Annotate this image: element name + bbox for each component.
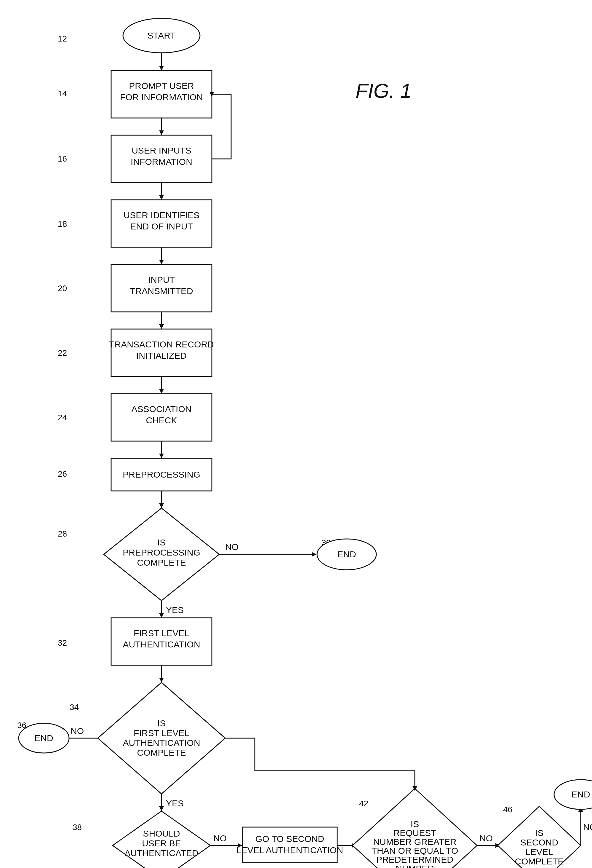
yes-34: YES (166, 798, 184, 808)
id-38: 38 (72, 823, 82, 832)
n46-l3: LEVEL (525, 847, 553, 857)
n28-l3: COMPLETE (137, 558, 186, 567)
no-28: NO (225, 542, 239, 552)
start-label: START (147, 31, 176, 40)
n46-l1: IS (535, 828, 543, 838)
n30-label: END (337, 549, 356, 559)
svg-rect-83 (242, 827, 337, 863)
n47-label: END (571, 790, 590, 799)
n34-l3: AUTHENTICATION (123, 738, 200, 748)
n42-l4: THAN OR EQUAL TO (371, 846, 458, 856)
n34-l4: COMPLETE (137, 748, 186, 757)
n38-l3: AUTHENTICATED (124, 848, 198, 858)
id-34: 34 (70, 703, 79, 712)
id-28: 28 (58, 529, 67, 538)
no-38: NO (214, 833, 227, 843)
n34-l1: IS (158, 718, 166, 728)
yes-28: YES (166, 605, 184, 615)
id-14: 14 (58, 89, 67, 98)
n40-l1: GO TO SECOND (255, 834, 324, 844)
fig-title: FIG. 1 (356, 80, 412, 102)
n16-l1: USER INPUTS (131, 146, 191, 155)
id-24: 24 (58, 413, 67, 422)
id-16: 16 (58, 154, 67, 163)
n32-l2: AUTHENTICATION (123, 639, 200, 649)
n42-l3: NUMBER GREATER (373, 837, 456, 847)
n40-l2: LEVEL AUTHENTICATION (236, 845, 343, 855)
n20-l1: INPUT (148, 275, 175, 285)
n42-l1: IS (411, 819, 419, 829)
n14-l2: FOR INFORMATION (120, 92, 203, 102)
n46-l4: COMPLETE (515, 856, 564, 866)
n42-l5: PREDETERMINED (376, 855, 454, 864)
n24-l2: CHECK (146, 415, 177, 425)
n14-l1: PROMPT USER (129, 81, 194, 91)
n28-l1: IS (158, 537, 166, 547)
n38-l1: SHOULD (143, 828, 180, 838)
n20-l2: TRANSMITTED (130, 286, 193, 296)
n42-l2: REQUEST (393, 828, 436, 838)
n46-l2: SECOND (520, 837, 558, 847)
n24-l1: ASSOCIATION (131, 404, 192, 414)
n28-l2: PREPROCESSING (123, 548, 200, 557)
id-32: 32 (58, 638, 67, 647)
n36-label: END (34, 733, 53, 743)
no-42: NO (479, 833, 493, 843)
id-18: 18 (58, 219, 67, 229)
id-22: 22 (58, 348, 67, 357)
n26-label: PREPROCESSING (123, 469, 200, 479)
id-26: 26 (58, 469, 67, 478)
id-42: 42 (359, 799, 368, 808)
n16-l2: INFORMATION (131, 157, 192, 167)
n18-l1: USER IDENTIFIES (124, 210, 200, 220)
n18-l2: END OF INPUT (130, 221, 193, 231)
id-20: 20 (58, 284, 67, 293)
n32-l1: FIRST LEVEL (134, 628, 189, 638)
n22-l2: INITIALIZED (136, 351, 187, 360)
n42-l6: NUMBER (396, 864, 434, 868)
n34-l2: FIRST LEVEL (134, 728, 189, 738)
no-46: NO (583, 822, 592, 832)
id-46: 46 (503, 805, 512, 814)
main-diagram: .flow-text { font-family: Arial, sans-se… (0, 0, 592, 868)
n22-l1: TRANSACTION RECORD (109, 340, 214, 349)
id-12: 12 (58, 34, 67, 43)
no-34: NO (71, 726, 84, 736)
n38-l2: USER BE (142, 838, 181, 848)
